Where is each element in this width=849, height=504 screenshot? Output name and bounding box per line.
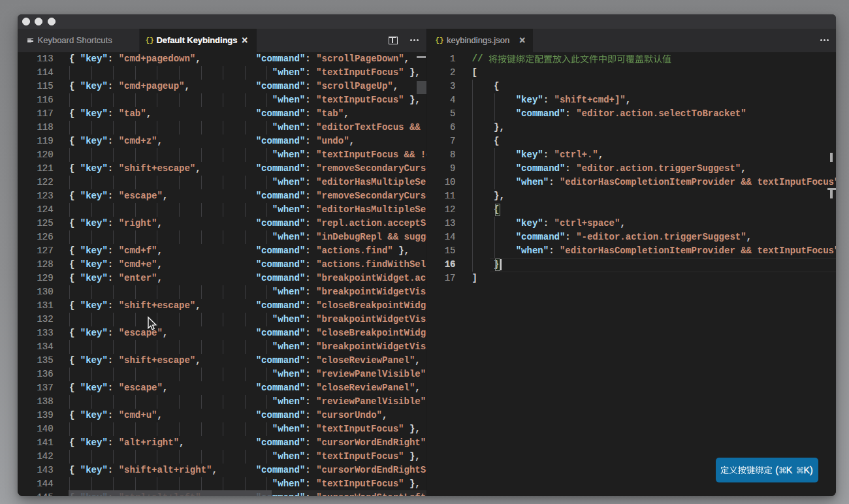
svg-text:K: K — [803, 465, 810, 475]
svg-text:(: ( — [775, 465, 778, 475]
svg-text:K: K — [786, 465, 793, 475]
svg-text:): ) — [810, 465, 813, 475]
